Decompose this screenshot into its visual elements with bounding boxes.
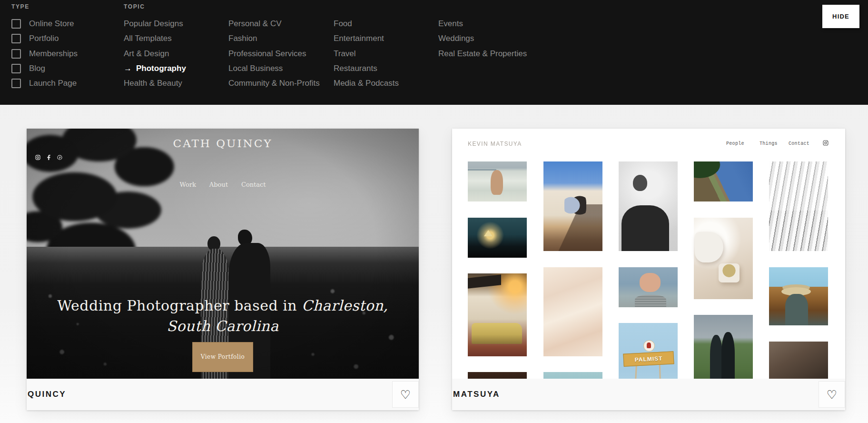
quincy-view-portfolio-button: View Portfolio [192,342,253,372]
topic-link-popular-designs[interactable]: Popular Designs [124,20,183,28]
topic-link-local-business[interactable]: Local Business [228,64,283,73]
type-filter-label: Memberships [29,49,78,59]
photo-vintage-car-sunset [468,273,527,356]
quincy-social-icons [35,155,62,160]
template-name-quincy: QUINCY [28,390,66,399]
hide-filters-button[interactable]: HIDE [822,5,859,28]
quincy-template-preview[interactable]: CATH QUINCY Work About Contact Wedding P… [27,129,419,379]
type-filter-label: Portfolio [29,34,59,43]
photo-cliff-blue-sky [694,161,753,201]
photo-lamp-room [468,218,527,258]
topic-link-food[interactable]: Food [334,20,352,28]
topic-link-photography-active[interactable]: →Photography [124,64,186,73]
quincy-site-logo: CATH QUINCY [27,137,419,150]
type-section-heading: TYPE [11,3,30,10]
topic-link-entertainment[interactable]: Entertainment [334,34,384,43]
photo-pink-travertine [543,267,602,356]
launch-page-checkbox[interactable] [11,79,21,88]
topic-link-fashion[interactable]: Fashion [228,34,257,43]
right-arrow-icon: → [124,64,132,73]
topic-link-media-podcasts[interactable]: Media & Podcasts [334,79,399,88]
type-filter-blog[interactable]: Blog [11,64,45,73]
matsuya-nav-contact: Contact [789,141,809,146]
blog-checkbox[interactable] [11,64,21,73]
photo-bark-texture [769,342,828,379]
matsuya-nav-things: Things [760,141,778,146]
heart-icon: ♡ [827,388,837,402]
photo-dark-portrait [468,372,527,379]
photo-hands-on-face [619,267,678,307]
type-filter-label: Online Store [29,19,74,29]
photo-teal-water [543,372,602,379]
quincy-card-footer: QUINCY ♡ [27,379,419,410]
hero-line-2: South Carolina [27,316,419,336]
matsuya-template-preview[interactable]: KEVIN MATSUYA People Things Contact PALM… [452,129,845,379]
favorite-button-matsuya[interactable]: ♡ [819,381,845,408]
photo-wall-climb [543,161,602,251]
memberships-checkbox[interactable] [11,49,21,59]
photo-hat-dunes [769,267,828,325]
photo-man-pouring-water [619,161,678,251]
quincy-nav-about: About [209,181,228,188]
palmist-sign-board: PALMIST [623,351,674,367]
topic-link-restaurants[interactable]: Restaurants [334,64,377,73]
matsuya-card-footer: MATSUYA ♡ [452,379,845,410]
template-card-quincy: CATH QUINCY Work About Contact Wedding P… [27,129,419,410]
palmist-sign-text: PALMIST [634,355,662,363]
photo-palmist-sign: PALMIST [619,323,678,379]
photo-white-bleachers [769,161,828,251]
type-filter-label: Blog [29,64,45,73]
favorite-button-quincy[interactable]: ♡ [392,381,419,408]
type-filter-online-store[interactable]: Online Store [11,20,74,28]
topic-link-professional-services[interactable]: Professional Services [228,50,306,58]
heart-icon: ♡ [400,388,411,402]
quincy-nav-work: Work [179,181,196,188]
online-store-checkbox[interactable] [11,19,21,29]
topic-link-personal-cv[interactable]: Personal & CV [228,20,282,28]
active-topic-label: Photography [136,64,186,73]
quincy-nav-contact: Contact [241,181,266,188]
palmist-hand-emblem [643,340,655,352]
photo-couple-in-field [694,315,753,379]
quincy-preview-nav: Work About Contact [27,181,419,188]
portfolio-checkbox[interactable] [11,34,21,43]
photo-tea-pour [694,218,753,299]
photo-beach-splash [468,161,527,201]
topic-link-community-nonprofits[interactable]: Community & Non-Profits [228,79,320,88]
matsuya-nav-people: People [726,141,744,146]
type-filter-memberships[interactable]: Memberships [11,50,78,58]
quincy-hero-heading: Wedding Photographer based in Charleston… [27,295,419,372]
template-card-matsuya: KEVIN MATSUYA People Things Contact PALM… [452,129,845,410]
topic-link-art-design[interactable]: Art & Design [124,50,169,58]
topic-link-travel[interactable]: Travel [334,50,356,58]
topic-link-events[interactable]: Events [438,20,463,28]
type-filter-launch-page[interactable]: Launch Page [11,79,77,88]
template-name-matsuya: MATSUYA [453,390,500,399]
topic-link-real-estate[interactable]: Real Estate & Properties [438,50,527,58]
pinterest-icon [57,155,62,160]
topic-link-weddings[interactable]: Weddings [438,34,474,43]
instagram-icon [35,155,40,160]
matsuya-site-logo: KEVIN MATSUYA [468,140,522,148]
facebook-icon [47,155,51,160]
topic-link-all-templates[interactable]: All Templates [124,34,172,43]
instagram-icon [823,140,829,146]
type-filter-portfolio[interactable]: Portfolio [11,34,59,43]
type-filter-label: Launch Page [29,79,77,88]
template-filter-bar: TYPE Online Store Portfolio Memberships … [0,0,868,105]
topic-section-heading: TOPIC [124,3,145,10]
hero-line-1: Wedding Photographer based in Charleston… [27,295,419,316]
topic-link-health-beauty[interactable]: Health & Beauty [124,79,182,88]
